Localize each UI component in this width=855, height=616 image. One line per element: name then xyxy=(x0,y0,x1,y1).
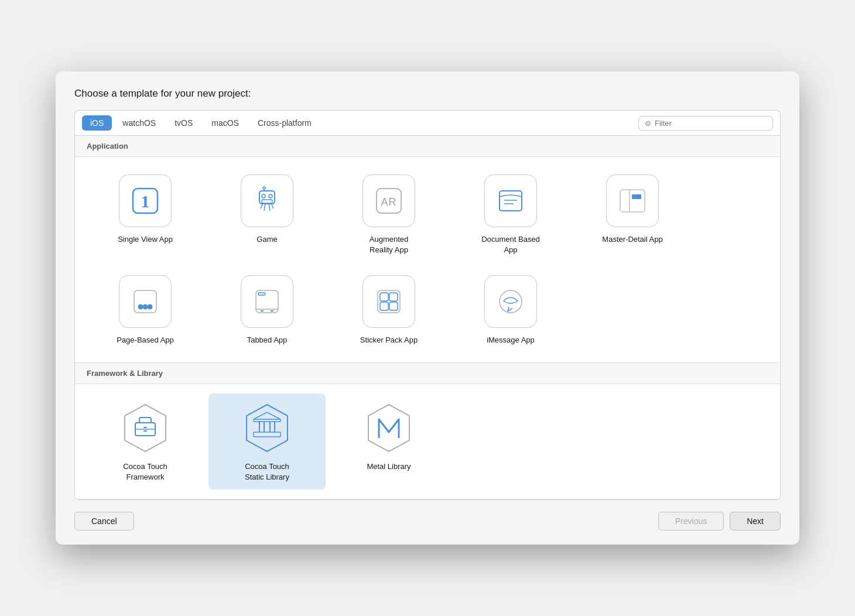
page-based-label: Page-Based App xyxy=(117,335,174,345)
document-based-icon-box xyxy=(484,174,537,227)
svg-point-6 xyxy=(263,187,265,189)
tab-watchos[interactable]: watchOS xyxy=(114,115,164,131)
tabbed-icon xyxy=(251,286,283,317)
tab-tvos[interactable]: tvOS xyxy=(166,115,201,131)
cancel-button[interactable]: Cancel xyxy=(74,512,134,531)
svg-rect-7 xyxy=(262,200,272,203)
cocoa-static-icon xyxy=(241,402,293,454)
svg-rect-26 xyxy=(258,293,265,295)
single-view-label: Single View App xyxy=(118,234,173,245)
svg-text:1: 1 xyxy=(141,191,150,211)
template-game[interactable]: Game xyxy=(208,166,326,262)
svg-marker-40 xyxy=(247,405,288,451)
svg-text:AR: AR xyxy=(381,196,396,208)
svg-point-22 xyxy=(143,305,148,309)
cocoa-static-label: Cocoa TouchStatic Library xyxy=(245,461,289,482)
imessage-icon xyxy=(495,286,526,317)
template-imessage-app[interactable]: iMessage App xyxy=(452,267,569,353)
template-sticker-pack-app[interactable]: Sticker Pack App xyxy=(330,267,447,353)
dialog-title: Choose a template for your new project: xyxy=(74,88,781,100)
svg-point-21 xyxy=(139,305,143,309)
single-view-icon: 1 xyxy=(129,185,161,217)
game-label: Game xyxy=(256,234,277,245)
ar-icon: AR xyxy=(373,185,405,217)
cocoa-framework-icon xyxy=(119,402,172,454)
sticker-pack-label: Sticker Pack App xyxy=(360,335,418,345)
imessage-icon-box xyxy=(484,275,537,328)
tab-macos[interactable]: macOS xyxy=(203,115,247,131)
tab-crossplatform[interactable]: Cross-platform xyxy=(249,115,320,131)
svg-rect-31 xyxy=(389,293,398,301)
template-ar-app[interactable]: AR AugmentedReality App xyxy=(330,166,447,262)
template-cocoa-touch-static-library[interactable]: Cocoa TouchStatic Library xyxy=(208,393,326,490)
game-icon-box xyxy=(241,174,293,227)
svg-rect-29 xyxy=(378,290,400,313)
svg-marker-47 xyxy=(368,405,409,451)
svg-point-3 xyxy=(262,194,265,198)
document-based-label: Document BasedApp xyxy=(481,234,540,255)
cocoa-static-icon-hex xyxy=(241,402,293,454)
tab-ios[interactable]: iOS xyxy=(82,115,112,131)
new-project-dialog: Choose a template for your new project: … xyxy=(56,71,799,545)
framework-grid: Cocoa TouchFramework xyxy=(75,384,780,499)
svg-rect-32 xyxy=(380,302,388,310)
metal-icon xyxy=(362,402,415,454)
sticker-pack-icon xyxy=(373,286,405,317)
svg-rect-17 xyxy=(620,190,645,212)
svg-point-4 xyxy=(269,194,272,198)
document-based-icon xyxy=(495,185,526,217)
master-detail-label: Master-Detail App xyxy=(602,234,662,245)
svg-rect-30 xyxy=(380,293,388,301)
master-detail-icon xyxy=(617,185,648,217)
filter-icon: ⊜ xyxy=(645,119,651,128)
tab-bar: iOS watchOS tvOS macOS Cross-platform ⊜ xyxy=(74,110,781,135)
ar-icon-box: AR xyxy=(362,174,415,227)
cocoa-framework-label: Cocoa TouchFramework xyxy=(123,461,167,482)
page-based-icon-box xyxy=(119,275,172,328)
footer-right: Previous Next xyxy=(658,512,781,531)
previous-button[interactable]: Previous xyxy=(658,512,724,531)
single-view-icon-box: 1 xyxy=(119,174,172,227)
footer: Cancel Previous Next xyxy=(74,512,781,531)
master-detail-icon-box xyxy=(606,174,659,227)
svg-rect-41 xyxy=(254,432,281,437)
svg-rect-14 xyxy=(500,191,522,211)
metal-label: Metal Library xyxy=(367,461,411,472)
filter-input[interactable] xyxy=(655,119,767,128)
svg-rect-19 xyxy=(632,194,641,199)
template-page-based-app[interactable]: Page-Based App xyxy=(87,267,204,353)
cocoa-framework-icon-hex xyxy=(119,402,172,454)
tabbed-label: Tabbed App xyxy=(247,335,288,345)
metal-icon-hex xyxy=(362,402,415,454)
next-button[interactable]: Next xyxy=(730,512,781,531)
imessage-label: iMessage App xyxy=(487,335,535,345)
template-tabbed-app[interactable]: Tabbed App xyxy=(208,267,326,353)
svg-rect-42 xyxy=(254,419,281,422)
tabbed-icon-box xyxy=(241,275,293,328)
sticker-pack-icon-box xyxy=(362,275,415,328)
game-icon xyxy=(251,185,283,217)
svg-point-23 xyxy=(148,305,152,309)
application-grid: 1 Single View App xyxy=(75,157,780,363)
svg-rect-33 xyxy=(389,302,398,310)
template-document-based-app[interactable]: Document BasedApp xyxy=(452,166,569,262)
template-single-view-app[interactable]: 1 Single View App xyxy=(87,166,204,262)
section-framework: Framework & Library xyxy=(75,363,780,384)
page-based-icon xyxy=(129,286,161,317)
template-metal-library[interactable]: Metal Library xyxy=(330,393,447,490)
section-application: Application xyxy=(75,136,780,157)
template-cocoa-touch-framework[interactable]: Cocoa TouchFramework xyxy=(87,393,204,490)
ar-label: AugmentedReality App xyxy=(370,234,409,255)
filter-box: ⊜ xyxy=(638,116,773,131)
content-area: Application 1 Single View App xyxy=(74,135,781,500)
template-master-detail-app[interactable]: Master-Detail App xyxy=(574,166,691,262)
